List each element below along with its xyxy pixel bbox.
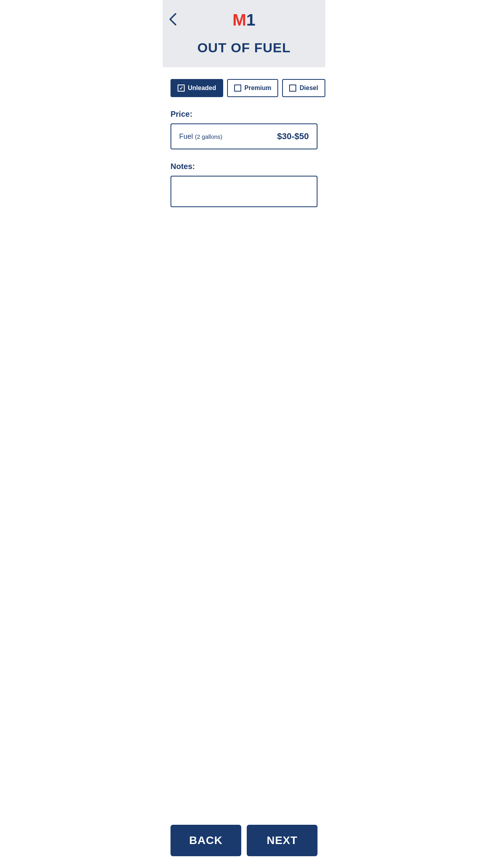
price-value: $30-$50 <box>277 131 309 142</box>
back-arrow-button[interactable] <box>169 13 177 28</box>
fuel-type-selector: ✓ Unleaded Premium Diesel <box>171 79 317 97</box>
diesel-option[interactable]: Diesel <box>282 79 325 97</box>
logo-red: M <box>233 12 246 28</box>
gallons-text: (2 gallons) <box>195 133 222 140</box>
premium-option[interactable]: Premium <box>227 79 278 97</box>
premium-checkbox <box>234 85 241 92</box>
main-content: ✓ Unleaded Premium Diesel Price: Fuel (2… <box>163 67 325 221</box>
fuel-description: Fuel (2 gallons) <box>179 132 222 141</box>
fuel-text: Fuel <box>179 132 193 140</box>
diesel-label: Diesel <box>299 85 318 92</box>
logo-blue: 1 <box>246 12 255 28</box>
page-title: OUT OF FUEL <box>169 40 319 55</box>
nav-row: M1 <box>169 8 319 36</box>
logo-text: M1 <box>233 12 255 28</box>
unleaded-option[interactable]: ✓ Unleaded <box>171 79 223 97</box>
unleaded-checkbox: ✓ <box>178 85 185 92</box>
premium-label: Premium <box>244 85 271 92</box>
header: M1 OUT OF FUEL <box>163 0 325 67</box>
diesel-checkbox <box>289 85 296 92</box>
logo: M1 <box>233 12 255 28</box>
checkmark-icon: ✓ <box>179 85 183 91</box>
unleaded-label: Unleaded <box>188 85 216 92</box>
price-row: Fuel (2 gallons) $30-$50 <box>171 123 317 149</box>
price-label: Price: <box>171 110 317 119</box>
notes-label: Notes: <box>171 162 317 171</box>
notes-input[interactable] <box>171 176 317 207</box>
